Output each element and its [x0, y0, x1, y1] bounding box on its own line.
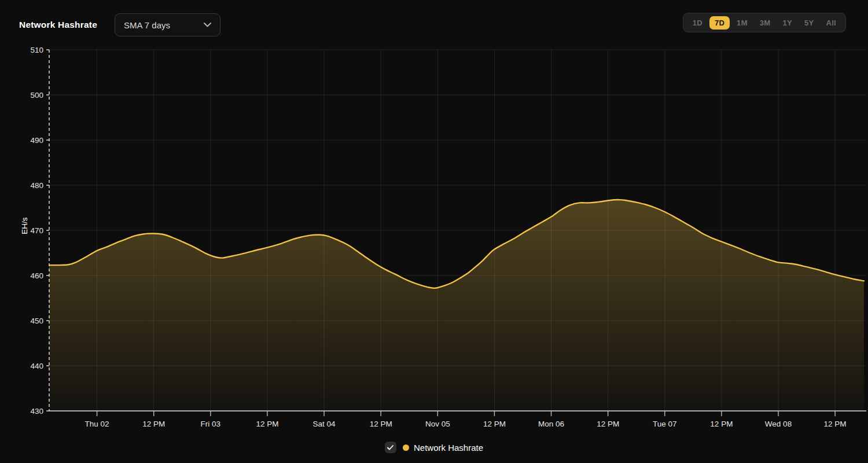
chart-legend: Network Hashrate — [0, 442, 868, 453]
x-axis-ticks — [97, 411, 836, 416]
svg-text:450: 450 — [30, 317, 43, 325]
x-tick-labels: Thu 0212 PMFri 0312 PMSat 0412 PMNov 051… — [85, 420, 847, 428]
legend-checkbox[interactable] — [385, 442, 396, 453]
svg-text:12 PM: 12 PM — [597, 420, 619, 428]
y-tick-labels: 430440450460470480490500510 — [30, 46, 43, 416]
svg-text:500: 500 — [30, 91, 43, 100]
hashrate-area-chart[interactable]: 430440450460470480490500510Thu 0212 PMFr… — [0, 0, 868, 463]
svg-text:470: 470 — [30, 226, 43, 235]
legend-series-label[interactable]: Network Hashrate — [414, 443, 483, 453]
svg-text:Sat 04: Sat 04 — [313, 420, 336, 428]
y-axis-title: EH/s — [20, 217, 29, 234]
svg-text:Nov 05: Nov 05 — [425, 420, 450, 428]
svg-text:12 PM: 12 PM — [710, 420, 733, 428]
svg-text:460: 460 — [30, 271, 43, 280]
y-axis-ticks — [46, 50, 49, 411]
svg-text:Mon 06: Mon 06 — [538, 420, 564, 428]
svg-text:480: 480 — [30, 181, 43, 190]
svg-text:Wed 08: Wed 08 — [765, 420, 792, 428]
svg-text:Thu 02: Thu 02 — [85, 420, 109, 428]
checkmark-icon — [387, 445, 393, 450]
svg-text:12 PM: 12 PM — [824, 420, 847, 428]
svg-text:510: 510 — [30, 46, 43, 54]
svg-text:Tue 07: Tue 07 — [653, 420, 677, 428]
svg-text:12 PM: 12 PM — [483, 420, 506, 428]
svg-text:12 PM: 12 PM — [142, 420, 165, 428]
svg-text:430: 430 — [30, 407, 43, 416]
legend-color-dot — [403, 444, 409, 451]
svg-text:12 PM: 12 PM — [256, 420, 278, 428]
svg-text:440: 440 — [30, 362, 43, 370]
svg-text:Fri 03: Fri 03 — [201, 420, 221, 428]
series-area — [49, 200, 864, 411]
svg-text:12 PM: 12 PM — [370, 420, 392, 428]
svg-text:490: 490 — [30, 136, 43, 145]
